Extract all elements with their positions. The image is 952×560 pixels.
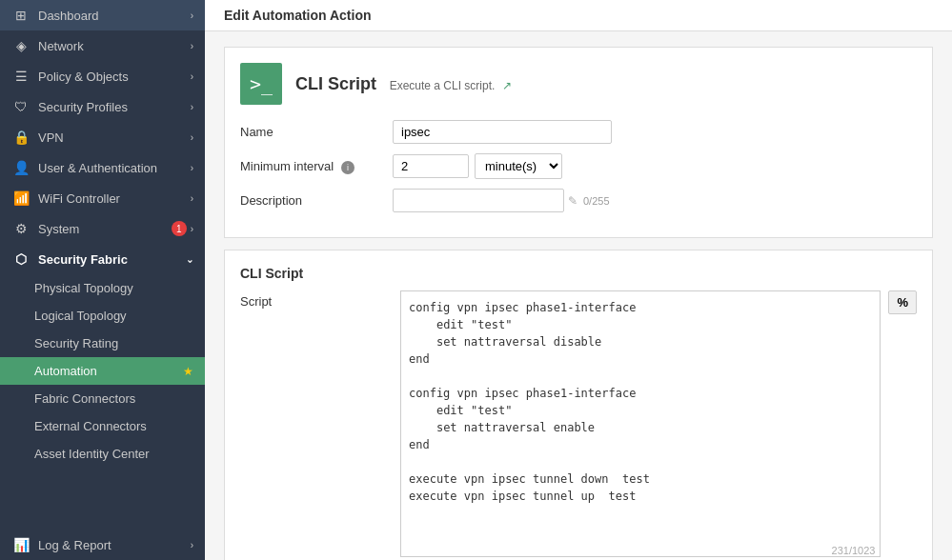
- min-interval-label: Minimum interval i: [240, 159, 393, 174]
- sidebar-item-label: System: [38, 222, 172, 236]
- chevron-right-icon: ›: [191, 193, 193, 204]
- min-interval-row: Minimum interval i second(s) minute(s) h…: [240, 153, 917, 179]
- sub-item-label: Physical Topology: [34, 281, 133, 295]
- script-textarea-wrapper: config vpn ipsec phase1-interface edit "…: [400, 290, 881, 560]
- sidebar-item-label: Log & Report: [38, 538, 191, 552]
- cli-icon-box: >_: [240, 63, 282, 105]
- script-textarea[interactable]: config vpn ipsec phase1-interface edit "…: [400, 290, 881, 557]
- sidebar-item-dashboard[interactable]: ⊞ Dashboard ›: [0, 0, 205, 30]
- script-area-wrapper: Script config vpn ipsec phase1-interface…: [240, 290, 917, 560]
- sub-item-label: Logical Topology: [34, 309, 127, 323]
- cli-script-section: CLI Script Script config vpn ipsec phase…: [224, 250, 933, 560]
- sidebar-item-label: User & Authentication: [38, 161, 191, 175]
- cli-script-section-title: CLI Script: [240, 266, 917, 281]
- page-title: Edit Automation Action: [224, 8, 372, 23]
- system-badge: 1: [172, 221, 187, 236]
- script-label: Script: [240, 290, 393, 309]
- sidebar-item-label: Security Fabric: [38, 252, 186, 267]
- sidebar-item-automation[interactable]: Automation ★: [0, 357, 205, 385]
- edit-icon: ✎: [568, 194, 577, 208]
- min-interval-info-icon[interactable]: i: [341, 161, 354, 174]
- sidebar-item-fabric-connectors[interactable]: Fabric Connectors: [0, 385, 205, 412]
- sidebar-item-logical-topology[interactable]: Logical Topology: [0, 302, 205, 330]
- security-profiles-icon: 🛡: [11, 99, 30, 114]
- sub-item-label: Fabric Connectors: [34, 391, 135, 406]
- chevron-right-icon: ›: [191, 10, 193, 21]
- sidebar-item-label: Security Profiles: [38, 100, 191, 114]
- sub-item-label: Asset Identity Center: [34, 447, 150, 461]
- sidebar-item-log-report[interactable]: 📊 Log & Report ›: [0, 530, 205, 560]
- page-header: Edit Automation Action: [205, 0, 952, 31]
- sidebar-item-label: Dashboard: [38, 9, 191, 23]
- sub-item-label: External Connectors: [34, 419, 147, 433]
- name-row: Name: [240, 120, 917, 144]
- security-fabric-icon: ⬡: [11, 251, 30, 267]
- chevron-right-icon: ›: [191, 224, 193, 234]
- sidebar-item-label: Policy & Objects: [38, 70, 191, 84]
- cli-title-group: CLI Script Execute a CLI script. ↗: [295, 74, 512, 94]
- sidebar-item-asset-identity[interactable]: Asset Identity Center: [0, 440, 205, 468]
- sidebar-item-label: VPN: [38, 130, 191, 145]
- min-interval-input[interactable]: [393, 154, 469, 178]
- sidebar: ⊞ Dashboard › ◈ Network › ☰ Policy & Obj…: [0, 0, 205, 560]
- sidebar-item-policy-objects[interactable]: ☰ Policy & Objects ›: [0, 61, 205, 91]
- cli-terminal-icon: >_: [250, 72, 273, 95]
- chevron-right-icon: ›: [191, 132, 193, 143]
- cli-subtitle: Execute a CLI script. ↗: [390, 79, 512, 92]
- chevron-right-icon: ›: [191, 71, 193, 82]
- sidebar-item-security-fabric[interactable]: ⬡ Security Fabric ⌄: [0, 244, 205, 274]
- chevron-down-icon: ⌄: [186, 254, 193, 265]
- main-content: Edit Automation Action >_ CLI Script Exe…: [205, 0, 952, 560]
- chevron-right-icon: ›: [191, 540, 193, 550]
- user-icon: 👤: [11, 160, 30, 175]
- sidebar-item-system[interactable]: ⚙ System 1 ›: [0, 213, 205, 244]
- cli-script-card: >_ CLI Script Execute a CLI script. ↗ Na…: [224, 47, 933, 238]
- sidebar-item-security-profiles[interactable]: 🛡 Security Profiles ›: [0, 91, 205, 122]
- description-row: Description ✎ 0/255: [240, 189, 917, 212]
- min-interval-unit-select[interactable]: second(s) minute(s) hour(s): [475, 153, 562, 179]
- policy-icon: ☰: [11, 69, 30, 84]
- sidebar-item-vpn[interactable]: 🔒 VPN ›: [0, 122, 205, 152]
- description-label: Description: [240, 193, 393, 208]
- star-icon: ★: [183, 365, 193, 378]
- sidebar-item-network[interactable]: ◈ Network ›: [0, 30, 205, 61]
- sidebar-item-label: Network: [38, 39, 191, 53]
- sidebar-item-user-auth[interactable]: 👤 User & Authentication ›: [0, 152, 205, 183]
- vpn-icon: 🔒: [11, 130, 30, 145]
- sub-item-label: Automation: [34, 364, 97, 378]
- sidebar-item-security-rating[interactable]: Security Rating: [0, 330, 205, 357]
- chevron-right-icon: ›: [191, 102, 193, 112]
- chevron-right-icon: ›: [191, 41, 193, 51]
- name-label: Name: [240, 125, 393, 139]
- system-icon: ⚙: [11, 221, 30, 236]
- cli-title: CLI Script: [295, 74, 376, 93]
- log-icon: 📊: [11, 537, 30, 552]
- sub-item-label: Security Rating: [34, 336, 118, 350]
- external-link-icon[interactable]: ↗: [502, 79, 512, 92]
- sidebar-item-label: WiFi Controller: [38, 191, 191, 206]
- content-area: >_ CLI Script Execute a CLI script. ↗ Na…: [205, 31, 952, 560]
- description-char-count: 0/255: [583, 195, 610, 207]
- dashboard-icon: ⊞: [11, 8, 30, 23]
- cli-script-header: >_ CLI Script Execute a CLI script. ↗: [240, 63, 917, 105]
- wifi-icon: 📶: [11, 190, 30, 206]
- network-icon: ◈: [11, 38, 30, 53]
- sidebar-item-wifi[interactable]: 📶 WiFi Controller ›: [0, 183, 205, 213]
- name-input[interactable]: [393, 120, 612, 144]
- sidebar-item-external-connectors[interactable]: External Connectors: [0, 412, 205, 440]
- script-char-count: 231/1023: [832, 545, 876, 556]
- sidebar-item-physical-topology[interactable]: Physical Topology: [0, 274, 205, 302]
- percent-button[interactable]: %: [888, 290, 917, 314]
- chevron-right-icon: ›: [191, 163, 193, 173]
- description-input[interactable]: [393, 189, 564, 212]
